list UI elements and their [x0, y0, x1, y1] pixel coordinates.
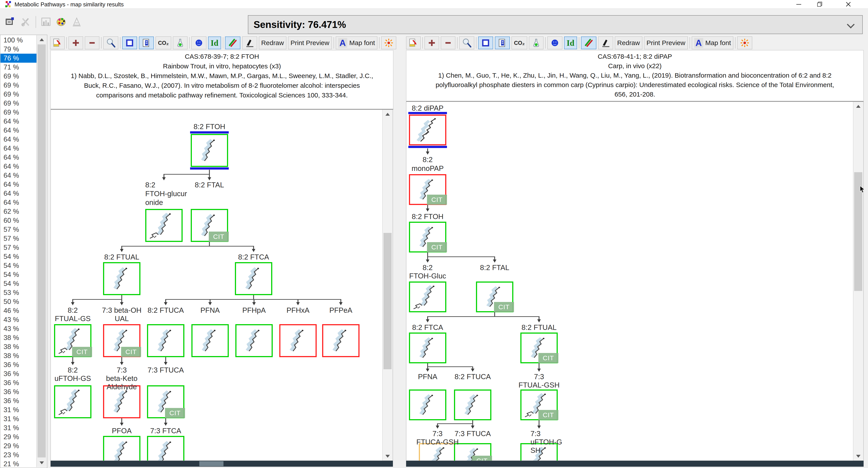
similarity-item[interactable]: 31 %: [0, 414, 37, 423]
similarity-item[interactable]: 69 %: [0, 99, 37, 108]
similarity-item[interactable]: 64 %: [0, 117, 37, 126]
similarity-item[interactable]: 31 %: [0, 405, 37, 414]
similarity-item[interactable]: 76 %: [0, 54, 37, 63]
pathway-node 7:3 beta-OH UAL[interactable]: CIT: [103, 324, 141, 357]
abbreviate-names-toggle[interactable]: [139, 36, 154, 49]
similarity-item[interactable]: 38 %: [0, 342, 37, 351]
tools-icon[interactable]: [19, 16, 32, 28]
scrollbar-thumb[interactable]: [38, 45, 46, 458]
similarity-item[interactable]: 64 %: [0, 162, 37, 171]
similarity-item[interactable]: 53 %: [0, 288, 37, 297]
similarity-item[interactable]: 36 %: [0, 369, 37, 378]
magnifier-button[interactable]: [103, 36, 118, 49]
pathway-node 8:2 FTUCA[interactable]: [147, 324, 184, 357]
zoom-in-button[interactable]: [68, 36, 83, 49]
palette-icon[interactable]: [55, 16, 68, 28]
similarity-item[interactable]: 71 %: [0, 63, 37, 72]
similarity-item[interactable]: 57 %: [0, 225, 37, 234]
export-map-button[interactable]: [406, 36, 421, 49]
sensitivity-combobox[interactable]: Sensitivity: 76.471%: [248, 15, 863, 34]
similarity-item[interactable]: 64 %: [0, 189, 37, 198]
pathway-node PFPeA[interactable]: [322, 324, 360, 357]
similarity-item[interactable]: 36 %: [0, 360, 37, 369]
similarity-item[interactable]: 62 %: [0, 207, 37, 216]
pathway-node PFHxA[interactable]: [279, 324, 317, 357]
close-button[interactable]: [842, 1, 855, 8]
pathway-node 8:2 FTUAL[interactable]: CIT: [520, 332, 558, 363]
similarity-item[interactable]: 43 %: [0, 315, 37, 324]
print-lamp-icon[interactable]: [70, 16, 83, 28]
similarity-item[interactable]: 29 %: [0, 432, 37, 441]
frame-mode-toggle[interactable]: [122, 36, 137, 49]
flask-button[interactable]: [529, 36, 544, 49]
draw-pens-toggle[interactable]: [225, 36, 240, 49]
right-horizontal-scrollbar[interactable]: [406, 461, 864, 467]
similarity-item[interactable]: 36 %: [0, 396, 37, 405]
pathway-node 8:2 FTOH-glucuronide[interactable]: [145, 209, 183, 242]
similarity-item[interactable]: 57 %: [0, 243, 37, 252]
similarity-item[interactable]: 64 %: [0, 144, 37, 153]
scroll-down-icon[interactable]: [382, 452, 393, 461]
pathway-node 8:2 FTUAL-GS[interactable]: CIT: [54, 324, 91, 357]
similarity-item[interactable]: 57 %: [0, 234, 37, 243]
similarity-item[interactable]: 60 %: [0, 216, 37, 225]
zoom-in-button[interactable]: [425, 36, 439, 49]
pathway-node 8:2 FTUCA[interactable]: [454, 389, 491, 420]
scroll-down-icon[interactable]: [37, 458, 46, 467]
scroll-up-icon[interactable]: [37, 35, 46, 44]
magnifier-button[interactable]: [459, 36, 474, 49]
export-map-button[interactable]: [50, 36, 65, 49]
map-font-button[interactable]: AMap font: [336, 36, 377, 49]
similarity-item[interactable]: 64 %: [0, 126, 37, 135]
similarity-item[interactable]: 54 %: [0, 252, 37, 261]
similarity-item[interactable]: 38 %: [0, 333, 37, 342]
pathway-node PFHpA[interactable]: [235, 324, 273, 357]
similarity-item[interactable]: 54 %: [0, 279, 37, 288]
export-window-icon[interactable]: [4, 16, 17, 28]
similarity-item[interactable]: 79 %: [0, 45, 37, 54]
scroll-up-icon[interactable]: [853, 102, 863, 111]
zoom-out-button[interactable]: [441, 36, 455, 49]
redraw-button[interactable]: Redraw: [259, 36, 286, 49]
similarity-item[interactable]: 43 %: [0, 324, 37, 333]
id-labels-toggle[interactable]: Id: [564, 36, 577, 49]
pathway-node PFNA[interactable]: [409, 389, 446, 420]
similarity-item[interactable]: 54 %: [0, 261, 37, 270]
similarity-item[interactable]: 69 %: [0, 81, 37, 90]
draw-pens-toggle[interactable]: [581, 36, 596, 49]
similarity-item[interactable]: 100 %: [0, 36, 37, 45]
highlight-button[interactable]: [737, 36, 752, 49]
similarity-item[interactable]: 69 %: [0, 108, 37, 117]
similarity-item[interactable]: 31 %: [0, 423, 37, 432]
similarity-item[interactable]: 38 %: [0, 351, 37, 360]
map-font-button[interactable]: AMap font: [692, 36, 734, 49]
similarity-item[interactable]: 29 %: [0, 441, 37, 450]
scroll-up-icon[interactable]: [382, 110, 393, 119]
scrollbar-thumb[interactable]: [383, 233, 392, 369]
pathway-node 8:2 uFTOH-GS[interactable]: [54, 385, 91, 418]
similarity-item[interactable]: 64 %: [0, 135, 37, 144]
pathway-node 8:2 monoPAP[interactable]: CIT: [409, 174, 446, 205]
similarity-item[interactable]: 36 %: [0, 378, 37, 387]
pen-tool-button[interactable]: [598, 36, 613, 49]
pathway-node 8:2 FTCA[interactable]: [235, 262, 272, 295]
similarity-item[interactable]: 21 %: [0, 460, 37, 468]
similarity-item[interactable]: 36 %: [0, 387, 37, 396]
similarity-item[interactable]: 64 %: [0, 153, 37, 162]
frame-mode-toggle[interactable]: [478, 36, 493, 49]
pathway-node 8:2 diPAP[interactable]: [409, 115, 446, 145]
chart-table-icon[interactable]: [39, 16, 52, 28]
scroll-down-icon[interactable]: [853, 452, 863, 461]
zoom-out-button[interactable]: [85, 36, 99, 49]
pathway-node 8:2 FTUAL[interactable]: [103, 262, 141, 295]
atom-color-button[interactable]: [191, 36, 206, 49]
pathway-node 7:3 FTUCA[interactable]: CIT: [147, 385, 184, 418]
similarity-item[interactable]: 64 %: [0, 180, 37, 189]
pathway-node PFNA[interactable]: [191, 324, 229, 357]
pathway-node 8:2 FTOH[interactable]: CIT: [409, 222, 446, 253]
flask-button[interactable]: [173, 36, 187, 49]
redraw-button[interactable]: Redraw: [615, 36, 642, 49]
highlight-button[interactable]: [381, 36, 396, 49]
print-preview-button[interactable]: Print Preview: [288, 36, 332, 49]
similarity-item[interactable]: 64 %: [0, 198, 37, 207]
